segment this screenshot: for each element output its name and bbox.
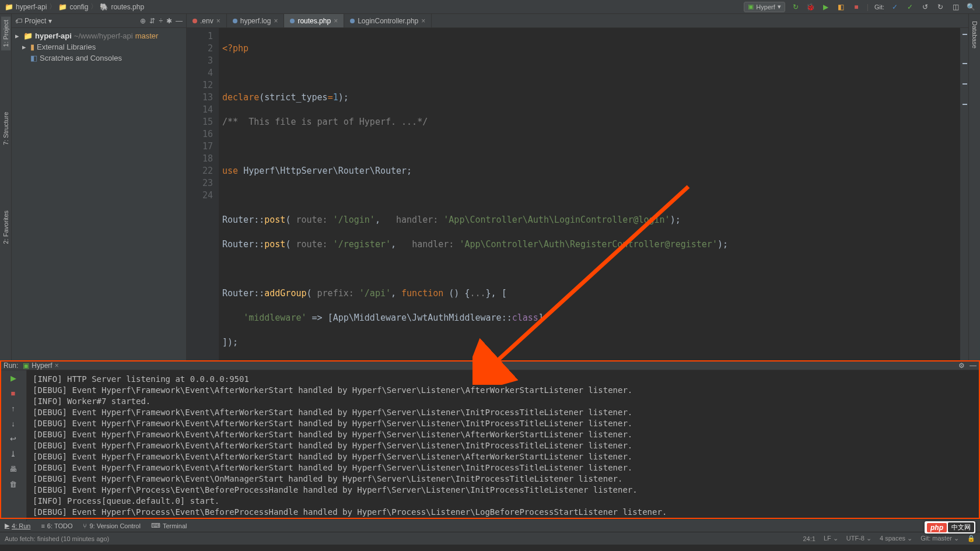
project-tool-window: 🏷 Project ▾ ⊕ ⇵ ÷ ✱ — ▸ 📁 hyperf-api ~/w… — [12, 14, 187, 360]
tree-external-libraries[interactable]: ▸ ▮ External Libraries — [12, 41, 186, 52]
log-file-icon — [233, 19, 237, 23]
run-configuration-selector[interactable]: ▣ Hyperf ▾ — [744, 2, 785, 12]
project-title: Project — [24, 17, 46, 25]
structure-toolwindow-tab[interactable]: 7: Structure — [1, 108, 10, 149]
tab-terminal[interactable]: ⌨Terminal — [151, 522, 187, 529]
hide-button[interactable]: — — [970, 362, 977, 370]
navigation-bar: 📁 hyperf-api 〉 📁 config 〉 🐘 routes.php ▣… — [0, 0, 980, 14]
padlock-icon[interactable]: 🔒 — [967, 535, 975, 542]
favorites-toolwindow-tab[interactable]: 2: Favorites — [1, 207, 10, 247]
php-file-icon: 🐘 — [100, 3, 108, 11]
close-icon[interactable]: × — [216, 17, 220, 25]
caret-right-icon: ▸ — [22, 43, 28, 51]
status-message: Auto fetch: finished (10 minutes ago) — [5, 535, 109, 542]
env-file-icon — [192, 19, 197, 23]
indent-settings[interactable]: 4 spaces ⌄ — [880, 535, 912, 542]
settings-button[interactable]: ✱ — [166, 17, 172, 25]
git-label: Git: — [874, 3, 884, 10]
down-button[interactable]: ↓ — [8, 418, 19, 429]
line-number-gutter: 1 2 3 4 12 13 14 15 16 17 18 22 23 24 — [187, 28, 219, 360]
left-tool-gutter: 1: Project 7: Structure 2: Favorites — [0, 14, 12, 360]
search-everywhere-button[interactable]: 🔍 — [966, 2, 975, 12]
run-toolbar: ▶ ■ ↑ ↓ ↩ ⤓ 🖶 🗑 — [0, 370, 27, 521]
close-icon[interactable]: × — [55, 362, 59, 370]
project-icon: 🏷 — [15, 17, 22, 25]
run-icon: ▶ — [5, 522, 9, 529]
watermark-badge: php 中文网 — [925, 521, 975, 534]
breadcrumb[interactable]: 📁 hyperf-api 〉 📁 config 〉 🐘 routes.php — [5, 2, 144, 12]
git-branch[interactable]: Git: master ⌄ — [921, 535, 959, 542]
editor[interactable]: 1 2 3 4 12 13 14 15 16 17 18 22 23 24 <?… — [187, 28, 968, 360]
stop-button[interactable]: ■ — [8, 388, 19, 398]
database-toolwindow-tab[interactable]: Database — [970, 17, 979, 52]
scroll-to-end-button[interactable]: ⤓ — [8, 448, 19, 459]
commit-button[interactable]: ✓ — [905, 2, 915, 12]
php-file-icon — [350, 19, 355, 23]
run-tool-window: Run: ▣ Hyperf × ⚙ — ▶ ■ ↑ ↓ ↩ ⤓ 🖶 🗑 [INF… — [0, 360, 980, 519]
history-button[interactable]: ↺ — [921, 2, 930, 12]
chevron-right-icon: 〉 — [90, 2, 97, 12]
stop-button[interactable]: ■ — [852, 2, 861, 12]
breadcrumb-item[interactable]: hyperf-api — [16, 3, 47, 11]
console-output[interactable]: [INFO] HTTP Server listening at 0.0.0.0:… — [27, 370, 980, 521]
library-icon: ▮ — [30, 43, 34, 51]
hyperf-icon: ▣ — [23, 362, 29, 370]
editor-tab-login-controller[interactable]: LoginController.php× — [344, 14, 432, 27]
editor-tab-hyperf-log[interactable]: hyperf.log× — [227, 14, 285, 27]
caret-position[interactable]: 24:1 — [803, 535, 815, 542]
editor-scrollbar[interactable] — [960, 28, 968, 360]
settings-button[interactable]: ⚙ — [958, 362, 965, 370]
run-tab-hyperf[interactable]: ▣ Hyperf × — [23, 362, 58, 370]
caret-right-icon: ▸ — [15, 31, 21, 40]
rollback-button[interactable]: ↻ — [936, 2, 945, 12]
chevron-down-icon[interactable]: ▾ — [48, 17, 52, 25]
code-area[interactable]: <?php declare(strict_types=1); /** This … — [219, 28, 960, 360]
editor-tab-env[interactable]: .env× — [187, 14, 227, 27]
profiler-button[interactable]: ◧ — [836, 2, 846, 12]
close-icon[interactable]: × — [421, 17, 425, 25]
project-toolwindow-tab[interactable]: 1: Project — [1, 16, 10, 50]
clear-button[interactable]: 🗑 — [8, 479, 19, 489]
todo-icon: ≡ — [41, 522, 44, 529]
breadcrumb-item[interactable]: routes.php — [111, 3, 144, 11]
separator: | — [867, 3, 869, 11]
run-label: Run: — [4, 362, 18, 370]
tab-run[interactable]: ▶4: Run — [5, 522, 30, 529]
editor-tabs: .env× hyperf.log× routes.php× LoginContr… — [187, 14, 968, 28]
folder-icon: 📁 — [5, 3, 13, 11]
rerun-button[interactable]: ▶ — [8, 373, 19, 383]
tab-todo[interactable]: ≡6: TODO — [41, 522, 72, 529]
folder-icon: 📁 — [58, 3, 67, 11]
locate-file-button[interactable]: ⊕ — [140, 17, 146, 25]
chevron-right-icon: 〉 — [49, 2, 56, 12]
breadcrumb-item[interactable]: config — [69, 3, 88, 11]
debug-button[interactable]: 🐞 — [806, 2, 816, 12]
soft-wrap-button[interactable]: ↩ — [8, 433, 19, 444]
folder-icon: 📁 — [23, 31, 33, 40]
up-button[interactable]: ↑ — [8, 403, 19, 413]
close-icon[interactable]: × — [274, 17, 278, 25]
hyperf-icon: ▣ — [748, 3, 754, 10]
tab-version-control[interactable]: ⑂9: Version Control — [83, 522, 140, 529]
coverage-button[interactable]: ▶ — [821, 2, 831, 12]
update-project-button[interactable]: ✓ — [890, 2, 900, 12]
hide-button[interactable]: — — [176, 17, 183, 25]
layout-button[interactable]: ◫ — [951, 2, 960, 12]
terminal-icon: ⌨ — [151, 522, 160, 529]
scratches-icon: ◧ — [30, 54, 37, 62]
chevron-down-icon: ▾ — [778, 3, 781, 10]
collapse-all-button[interactable]: ÷ — [159, 17, 163, 25]
php-file-icon — [290, 19, 295, 23]
line-separator[interactable]: LF ⌄ — [824, 535, 838, 542]
print-button[interactable]: 🖶 — [8, 464, 19, 474]
right-tool-gutter: Database — [968, 14, 980, 360]
vcs-icon: ⑂ — [83, 522, 87, 529]
close-icon[interactable]: × — [334, 17, 338, 25]
tree-root[interactable]: ▸ 📁 hyperf-api ~/www/hyperf-api master — [12, 30, 186, 41]
file-encoding[interactable]: UTF-8 ⌄ — [846, 535, 872, 542]
tree-scratches[interactable]: ◧ Scratches and Consoles — [12, 52, 186, 64]
status-bar: Auto fetch: finished (10 minutes ago) 24… — [0, 532, 980, 545]
rerun-button[interactable]: ↻ — [791, 2, 800, 12]
expand-all-button[interactable]: ⇵ — [149, 17, 155, 25]
editor-tab-routes[interactable]: routes.php× — [284, 14, 344, 27]
